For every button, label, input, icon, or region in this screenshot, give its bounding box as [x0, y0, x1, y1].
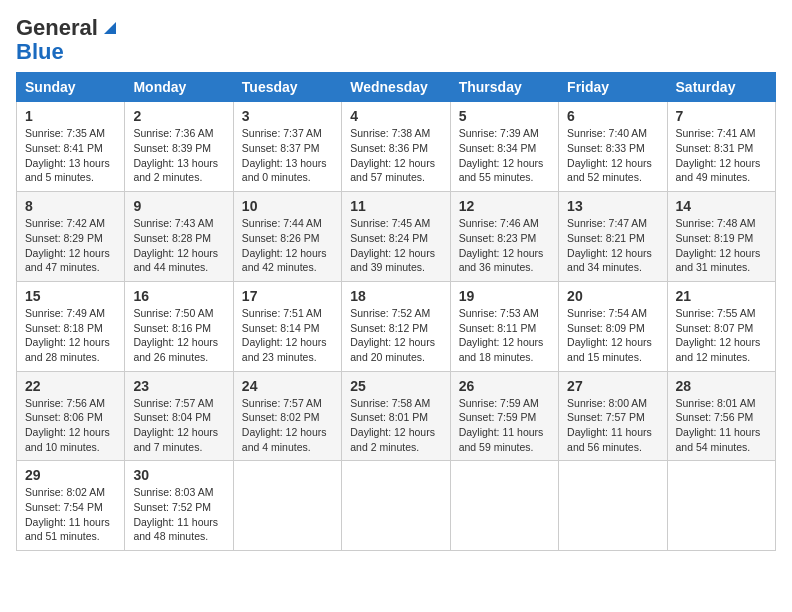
day-number: 1 [25, 108, 116, 124]
day-info: Sunrise: 7:57 AM Sunset: 8:04 PM Dayligh… [133, 396, 224, 455]
day-number: 20 [567, 288, 658, 304]
day-number: 19 [459, 288, 550, 304]
day-info: Sunrise: 8:00 AM Sunset: 7:57 PM Dayligh… [567, 396, 658, 455]
calendar-week-row: 15Sunrise: 7:49 AM Sunset: 8:18 PM Dayli… [17, 281, 776, 371]
calendar-cell: 12Sunrise: 7:46 AM Sunset: 8:23 PM Dayli… [450, 192, 558, 282]
day-info: Sunrise: 7:35 AM Sunset: 8:41 PM Dayligh… [25, 126, 116, 185]
col-sunday: Sunday [17, 73, 125, 102]
col-thursday: Thursday [450, 73, 558, 102]
day-info: Sunrise: 7:44 AM Sunset: 8:26 PM Dayligh… [242, 216, 333, 275]
col-tuesday: Tuesday [233, 73, 341, 102]
day-info: Sunrise: 7:40 AM Sunset: 8:33 PM Dayligh… [567, 126, 658, 185]
calendar-cell: 13Sunrise: 7:47 AM Sunset: 8:21 PM Dayli… [559, 192, 667, 282]
calendar-cell: 14Sunrise: 7:48 AM Sunset: 8:19 PM Dayli… [667, 192, 775, 282]
calendar-body: 1Sunrise: 7:35 AM Sunset: 8:41 PM Daylig… [17, 102, 776, 551]
calendar-week-row: 29Sunrise: 8:02 AM Sunset: 7:54 PM Dayli… [17, 461, 776, 551]
day-info: Sunrise: 8:01 AM Sunset: 7:56 PM Dayligh… [676, 396, 767, 455]
day-info: Sunrise: 7:51 AM Sunset: 8:14 PM Dayligh… [242, 306, 333, 365]
calendar-cell [450, 461, 558, 551]
day-number: 14 [676, 198, 767, 214]
day-number: 24 [242, 378, 333, 394]
day-number: 16 [133, 288, 224, 304]
day-info: Sunrise: 8:02 AM Sunset: 7:54 PM Dayligh… [25, 485, 116, 544]
day-number: 13 [567, 198, 658, 214]
calendar-cell: 21Sunrise: 7:55 AM Sunset: 8:07 PM Dayli… [667, 281, 775, 371]
day-number: 22 [25, 378, 116, 394]
calendar-cell: 22Sunrise: 7:56 AM Sunset: 8:06 PM Dayli… [17, 371, 125, 461]
day-info: Sunrise: 7:36 AM Sunset: 8:39 PM Dayligh… [133, 126, 224, 185]
calendar-table: Sunday Monday Tuesday Wednesday Thursday… [16, 72, 776, 551]
calendar-cell: 27Sunrise: 8:00 AM Sunset: 7:57 PM Dayli… [559, 371, 667, 461]
day-number: 21 [676, 288, 767, 304]
day-number: 10 [242, 198, 333, 214]
day-number: 11 [350, 198, 441, 214]
calendar-cell: 8Sunrise: 7:42 AM Sunset: 8:29 PM Daylig… [17, 192, 125, 282]
calendar-cell: 2Sunrise: 7:36 AM Sunset: 8:39 PM Daylig… [125, 102, 233, 192]
day-number: 12 [459, 198, 550, 214]
calendar-cell: 4Sunrise: 7:38 AM Sunset: 8:36 PM Daylig… [342, 102, 450, 192]
day-info: Sunrise: 7:57 AM Sunset: 8:02 PM Dayligh… [242, 396, 333, 455]
svg-marker-0 [104, 22, 116, 34]
calendar-cell: 16Sunrise: 7:50 AM Sunset: 8:16 PM Dayli… [125, 281, 233, 371]
calendar-cell [342, 461, 450, 551]
header: General Blue [16, 16, 776, 64]
day-info: Sunrise: 7:39 AM Sunset: 8:34 PM Dayligh… [459, 126, 550, 185]
calendar-cell: 29Sunrise: 8:02 AM Sunset: 7:54 PM Dayli… [17, 461, 125, 551]
day-info: Sunrise: 7:37 AM Sunset: 8:37 PM Dayligh… [242, 126, 333, 185]
day-info: Sunrise: 7:56 AM Sunset: 8:06 PM Dayligh… [25, 396, 116, 455]
logo: General Blue [16, 16, 120, 64]
calendar-cell: 17Sunrise: 7:51 AM Sunset: 8:14 PM Dayli… [233, 281, 341, 371]
calendar-cell: 7Sunrise: 7:41 AM Sunset: 8:31 PM Daylig… [667, 102, 775, 192]
day-info: Sunrise: 7:38 AM Sunset: 8:36 PM Dayligh… [350, 126, 441, 185]
day-number: 26 [459, 378, 550, 394]
day-number: 2 [133, 108, 224, 124]
calendar-cell: 10Sunrise: 7:44 AM Sunset: 8:26 PM Dayli… [233, 192, 341, 282]
col-monday: Monday [125, 73, 233, 102]
calendar-cell [667, 461, 775, 551]
calendar-header-row: Sunday Monday Tuesday Wednesday Thursday… [17, 73, 776, 102]
day-info: Sunrise: 7:42 AM Sunset: 8:29 PM Dayligh… [25, 216, 116, 275]
col-friday: Friday [559, 73, 667, 102]
col-saturday: Saturday [667, 73, 775, 102]
calendar-cell: 11Sunrise: 7:45 AM Sunset: 8:24 PM Dayli… [342, 192, 450, 282]
day-info: Sunrise: 7:52 AM Sunset: 8:12 PM Dayligh… [350, 306, 441, 365]
day-info: Sunrise: 7:59 AM Sunset: 7:59 PM Dayligh… [459, 396, 550, 455]
calendar-cell: 5Sunrise: 7:39 AM Sunset: 8:34 PM Daylig… [450, 102, 558, 192]
day-info: Sunrise: 7:46 AM Sunset: 8:23 PM Dayligh… [459, 216, 550, 275]
calendar-cell: 9Sunrise: 7:43 AM Sunset: 8:28 PM Daylig… [125, 192, 233, 282]
day-info: Sunrise: 7:48 AM Sunset: 8:19 PM Dayligh… [676, 216, 767, 275]
day-info: Sunrise: 8:03 AM Sunset: 7:52 PM Dayligh… [133, 485, 224, 544]
day-number: 27 [567, 378, 658, 394]
logo-triangle-icon [100, 16, 120, 36]
calendar-cell: 24Sunrise: 7:57 AM Sunset: 8:02 PM Dayli… [233, 371, 341, 461]
day-info: Sunrise: 7:47 AM Sunset: 8:21 PM Dayligh… [567, 216, 658, 275]
calendar-week-row: 22Sunrise: 7:56 AM Sunset: 8:06 PM Dayli… [17, 371, 776, 461]
day-info: Sunrise: 7:54 AM Sunset: 8:09 PM Dayligh… [567, 306, 658, 365]
calendar-cell: 23Sunrise: 7:57 AM Sunset: 8:04 PM Dayli… [125, 371, 233, 461]
day-number: 30 [133, 467, 224, 483]
day-number: 4 [350, 108, 441, 124]
day-number: 17 [242, 288, 333, 304]
day-number: 28 [676, 378, 767, 394]
logo-blue-text: Blue [16, 40, 64, 64]
day-info: Sunrise: 7:49 AM Sunset: 8:18 PM Dayligh… [25, 306, 116, 365]
calendar-cell [233, 461, 341, 551]
day-number: 5 [459, 108, 550, 124]
day-info: Sunrise: 7:41 AM Sunset: 8:31 PM Dayligh… [676, 126, 767, 185]
day-number: 3 [242, 108, 333, 124]
day-info: Sunrise: 7:50 AM Sunset: 8:16 PM Dayligh… [133, 306, 224, 365]
calendar-cell: 30Sunrise: 8:03 AM Sunset: 7:52 PM Dayli… [125, 461, 233, 551]
calendar-cell: 1Sunrise: 7:35 AM Sunset: 8:41 PM Daylig… [17, 102, 125, 192]
day-info: Sunrise: 7:53 AM Sunset: 8:11 PM Dayligh… [459, 306, 550, 365]
day-info: Sunrise: 7:45 AM Sunset: 8:24 PM Dayligh… [350, 216, 441, 275]
day-number: 8 [25, 198, 116, 214]
calendar-cell: 26Sunrise: 7:59 AM Sunset: 7:59 PM Dayli… [450, 371, 558, 461]
calendar-cell: 6Sunrise: 7:40 AM Sunset: 8:33 PM Daylig… [559, 102, 667, 192]
calendar-cell: 15Sunrise: 7:49 AM Sunset: 8:18 PM Dayli… [17, 281, 125, 371]
calendar-cell: 19Sunrise: 7:53 AM Sunset: 8:11 PM Dayli… [450, 281, 558, 371]
day-number: 18 [350, 288, 441, 304]
calendar-cell: 25Sunrise: 7:58 AM Sunset: 8:01 PM Dayli… [342, 371, 450, 461]
calendar-cell: 3Sunrise: 7:37 AM Sunset: 8:37 PM Daylig… [233, 102, 341, 192]
calendar-cell: 20Sunrise: 7:54 AM Sunset: 8:09 PM Dayli… [559, 281, 667, 371]
calendar-week-row: 8Sunrise: 7:42 AM Sunset: 8:29 PM Daylig… [17, 192, 776, 282]
